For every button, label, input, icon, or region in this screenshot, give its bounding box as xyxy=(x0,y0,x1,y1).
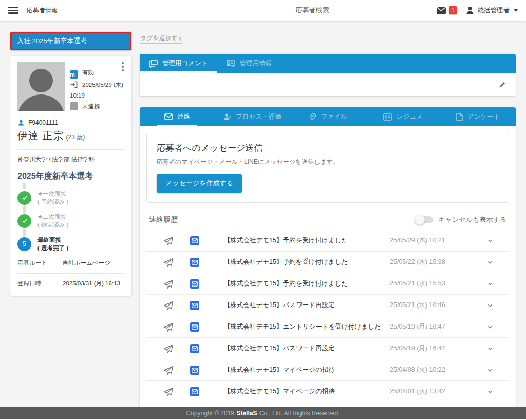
mail-message-icon xyxy=(190,301,199,310)
mail-message-icon xyxy=(190,366,199,375)
send-message-description: 応募者のマイページ・メール・LINEにメッセージを送信します。 xyxy=(157,158,499,166)
comment-icon xyxy=(149,60,158,68)
send-plane-icon xyxy=(163,236,174,246)
line-icon xyxy=(70,102,78,110)
expand-chevron-icon[interactable] xyxy=(486,367,494,374)
applicant-id: F94001111 xyxy=(17,119,124,126)
mail-message-icon xyxy=(190,279,199,289)
expand-chevron-icon[interactable] xyxy=(486,302,494,309)
copyright-text: Copyright © 2019 StellaS Co., Ltd. All R… xyxy=(186,410,340,417)
tab-survey[interactable]: アンケート xyxy=(441,107,516,126)
tab-admin-info[interactable]: 管理用情報 xyxy=(217,54,281,73)
app-bar: 応募者情報 1 統括管理者 xyxy=(0,0,526,21)
footer: Copyright © 2019 StellaS Co., Ltd. All R… xyxy=(0,407,526,420)
expand-chevron-icon[interactable] xyxy=(486,237,494,244)
history-row[interactable]: 【株式会社デモ15】パスワード再設定 25/05/19 (月) 16:44 xyxy=(146,337,509,359)
mypage-status: m有効 xyxy=(70,68,124,79)
mail-message-icon xyxy=(190,236,199,245)
step-final-interview: 5 最終面接( 選考完了 ) xyxy=(17,236,124,252)
admin-comment-body xyxy=(140,73,516,96)
account-menu[interactable]: 統括管理者 xyxy=(465,6,518,15)
step-number-badge: 5 xyxy=(17,237,31,251)
send-plane-icon xyxy=(163,279,174,289)
send-message-panel: 応募者へのメッセージ送信 応募者のマイページ・メール・LINEにメッセージを送信… xyxy=(146,133,509,203)
tab-files[interactable]: ファイル xyxy=(290,107,365,126)
page-title: 応募者情報 xyxy=(27,6,58,15)
step-second-interview: ★二次面接( 確定済み ) xyxy=(17,213,124,229)
history-title: 連絡履歴 xyxy=(149,215,178,224)
avatar xyxy=(17,62,65,111)
add-tag-input[interactable] xyxy=(140,33,182,44)
mail-tab-icon xyxy=(164,113,173,120)
send-plane-icon xyxy=(163,322,174,332)
search-input[interactable] xyxy=(295,4,421,16)
history-row[interactable]: 【株式会社デモ15】エントリシートを受け付けました 25/05/19 (月) 1… xyxy=(146,316,509,337)
tab-process-evaluation[interactable]: プロセス・評価 xyxy=(215,107,290,126)
expand-chevron-icon[interactable] xyxy=(486,388,494,395)
mypage-icon: m xyxy=(70,70,78,79)
send-message-title: 応募者へのメッセージ送信 xyxy=(157,142,499,154)
selection-title: 2025年度新卒本選考 xyxy=(17,171,124,182)
send-plane-icon xyxy=(163,257,174,268)
applicant-age: (23 歳) xyxy=(66,133,85,141)
unread-count-badge: 1 xyxy=(449,6,457,14)
mail-message-icon xyxy=(190,344,199,353)
send-plane-icon xyxy=(163,343,174,354)
create-message-button[interactable]: メッセージを作成する xyxy=(157,174,242,193)
toggle-label: キャンセルも表示する xyxy=(439,215,506,224)
more-options-icon[interactable] xyxy=(119,61,126,72)
history-row[interactable]: 【株式会社デモ15】マイページの招待 25/04/01 (火) 13:42 xyxy=(146,380,509,402)
registered-at-row: 登録日時 2025/03/31 (月) 16:13 xyxy=(17,273,124,294)
edit-pencil-icon[interactable] xyxy=(498,81,506,89)
show-cancelled-toggle[interactable]: キャンセルも表示する xyxy=(416,215,506,224)
user-icon xyxy=(465,6,475,15)
resume-card-icon xyxy=(383,113,392,121)
expand-chevron-icon[interactable] xyxy=(486,323,494,331)
step-first-interview: ★一次面接( 予約済み ) xyxy=(17,189,124,206)
last-login-status: 2025/05/29 (木) 10:19 xyxy=(70,81,124,100)
tab-resume[interactable]: レジュメ xyxy=(365,107,440,126)
history-row[interactable]: 【株式会社デモ15】予約を受け付けました 25/05/21 (水) 15:53 xyxy=(146,273,509,294)
history-row[interactable]: 【株式会社デモ15】マイページの招待 25/04/08 (火) 10:22 xyxy=(146,359,509,380)
applicant-sidebar: 入社:2025年新卒本選考 m有効 2025/05/29 (木) 10:19 未… xyxy=(10,32,132,296)
expand-chevron-icon[interactable] xyxy=(486,345,494,352)
check-icon xyxy=(17,214,31,228)
check-icon xyxy=(17,191,31,205)
applicant-search xyxy=(295,4,421,16)
toggle-switch[interactable] xyxy=(416,216,433,223)
inbox-button[interactable]: 1 xyxy=(436,6,457,14)
applicant-school: 神奈川大学 / 法学部 法律学科 xyxy=(17,156,124,163)
main-panel: 管理用コメント 管理用情報 xyxy=(140,32,516,407)
mail-message-icon xyxy=(190,258,199,267)
line-link-status: 未連携 xyxy=(70,102,124,111)
expand-chevron-icon[interactable] xyxy=(486,259,494,266)
menu-icon[interactable] xyxy=(8,7,18,14)
selection-chip[interactable]: 入社:2025年新卒本選考 xyxy=(10,32,132,50)
expand-chevron-icon[interactable] xyxy=(486,280,494,288)
login-icon xyxy=(70,81,78,91)
mail-message-icon xyxy=(190,322,199,332)
apply-route-row: 応募ルート 自社ホームページ xyxy=(17,253,124,273)
person-icon xyxy=(17,119,25,126)
send-plane-icon xyxy=(163,387,174,397)
admin-comment-card: 管理用コメント 管理用情報 xyxy=(140,54,516,96)
tab-admin-comment[interactable]: 管理用コメント xyxy=(140,54,217,73)
paperclip-icon xyxy=(308,113,316,121)
history-row[interactable]: 【株式会社デモ15】パスワード再設定 25/05/21 (水) 10:46 xyxy=(146,294,509,316)
admin-info-card-icon xyxy=(227,60,235,67)
chevron-down-icon xyxy=(514,9,518,12)
mail-icon xyxy=(436,6,446,14)
history-row[interactable]: 【株式会社デモ15】予約を受け付けました 25/05/29 (木) 10:21 xyxy=(146,230,509,251)
document-icon xyxy=(456,113,463,121)
tab-contact[interactable]: 連絡 xyxy=(140,107,215,126)
applicant-name: 伊達 正宗(23 歳) xyxy=(17,129,124,143)
applicant-profile-card: m有効 2025/05/29 (木) 10:19 未連携 F94 xyxy=(10,56,132,296)
selection-steps: ★一次面接( 予約済み ) ★二次面接( 確定済み ) 5 最終面接( 選考完了… xyxy=(17,183,124,253)
content-tab-bar: 連絡 プロセス・評価 ファイル xyxy=(140,107,516,126)
history-row[interactable]: 【株式会社デモ15】予約を受け付けました 25/05/22 (木) 15:38 xyxy=(146,251,509,273)
applicant-detail-card: 連絡 プロセス・評価 ファイル xyxy=(140,107,516,407)
process-icon xyxy=(223,113,231,121)
mail-message-icon xyxy=(190,387,199,396)
send-plane-icon xyxy=(163,365,174,375)
brand-name: StellaS xyxy=(236,410,257,417)
